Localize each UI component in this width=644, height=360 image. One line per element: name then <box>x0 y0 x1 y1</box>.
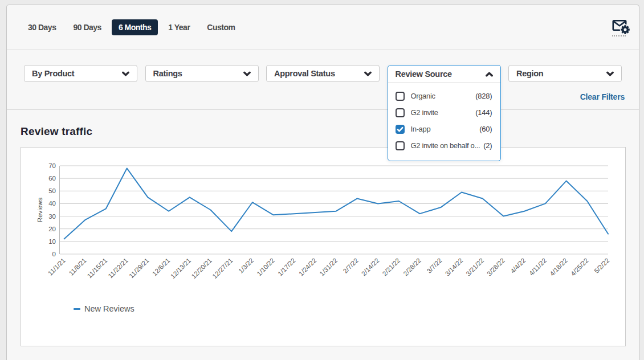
dashboard-card: 30 Days90 Days6 Months1 YearCustom By Pr… <box>6 5 639 360</box>
option-count: (828) <box>475 92 492 100</box>
chevron-up-icon <box>486 72 493 77</box>
email-settings-icon <box>612 19 631 35</box>
x-tick-label: 3/14/22 <box>444 257 464 277</box>
x-tick-label: 3/7/22 <box>426 257 443 275</box>
option-count: (2) <box>483 141 492 150</box>
filter-approval-status-button[interactable]: Approval Status <box>266 65 380 82</box>
x-tick-label: 11/8/21 <box>68 257 88 277</box>
filter-slot-approval-status: Approval Status <box>266 65 380 82</box>
filter-by-product-label: By Product <box>32 69 74 78</box>
chart-legend: New Reviews <box>74 304 134 313</box>
filter-slot-review-source: Review SourceOrganic(828)G2 invite(144)I… <box>388 65 501 82</box>
y-tick-label: 40 <box>48 200 56 207</box>
review-traffic-chart: 010203040506070Reviews11/1/2111/8/2111/1… <box>21 147 626 346</box>
y-tick-label: 0 <box>52 251 56 257</box>
option-label: G2 invite <box>411 108 476 117</box>
filter-ratings-label: Ratings <box>153 69 182 78</box>
tab-30-days[interactable]: 30 Days <box>28 23 56 32</box>
x-tick-label: 2/7/22 <box>342 257 360 275</box>
option-label: Organic <box>411 92 476 100</box>
x-tick-label: 12/20/21 <box>190 257 213 280</box>
option-organic[interactable]: Organic(828) <box>388 88 500 104</box>
filter-approval-status-label: Approval Status <box>274 69 335 78</box>
x-tick-label: 12/13/21 <box>169 257 192 280</box>
y-tick-label: 60 <box>48 175 56 182</box>
filter-review-source-panel: Review SourceOrganic(828)G2 invite(144)I… <box>388 65 501 161</box>
tab-90-days[interactable]: 90 Days <box>73 23 101 32</box>
filters-row: By ProductRatingsApproval StatusReview S… <box>24 65 622 82</box>
clear-filters-link[interactable]: Clear Filters <box>580 92 625 101</box>
option-g2-invite-on-behalf-o[interactable]: G2 invite on behalf o...(2) <box>388 137 500 154</box>
tab-6-months[interactable]: 6 Months <box>112 19 158 35</box>
checkbox-unchecked[interactable] <box>396 141 405 150</box>
filter-review-source-label: Review Source <box>396 69 452 79</box>
y-tick-label: 30 <box>48 213 56 220</box>
filter-by-product-button[interactable]: By Product <box>24 65 137 82</box>
checkbox-unchecked[interactable] <box>396 108 405 117</box>
filter-review-source-button[interactable]: Review Source <box>388 66 500 83</box>
chevron-down-icon <box>243 71 251 76</box>
date-range-tabs: 30 Days90 Days6 Months1 YearCustom <box>28 19 235 35</box>
y-tick-label: 10 <box>48 238 56 245</box>
x-tick-label: 11/22/21 <box>107 257 130 280</box>
check-icon <box>396 125 404 133</box>
filter-slot-by-product: By Product <box>24 65 137 82</box>
x-tick-label: 2/28/22 <box>402 257 422 277</box>
x-tick-label: 1/10/22 <box>255 257 276 277</box>
x-tick-label: 5/2/22 <box>593 257 610 275</box>
x-tick-label: 12/27/21 <box>211 257 234 280</box>
tab-1-year[interactable]: 1 Year <box>168 23 190 32</box>
x-tick-label: 2/21/22 <box>381 257 402 277</box>
y-axis-title: Reviews <box>36 198 43 223</box>
option-g2-invite[interactable]: G2 invite(144) <box>388 104 500 121</box>
x-tick-label: 4/25/22 <box>569 257 590 277</box>
option-label: In-app <box>411 125 480 133</box>
filter-region-button[interactable]: Region <box>508 65 622 82</box>
x-tick-label: 4/11/22 <box>528 257 548 277</box>
x-tick-label: 3/28/22 <box>486 257 506 277</box>
option-count: (60) <box>479 125 492 133</box>
chart-title: Review traffic <box>21 125 92 138</box>
x-tick-label: 4/4/22 <box>509 257 527 275</box>
legend-label: New Reviews <box>84 304 134 313</box>
filter-ratings-button[interactable]: Ratings <box>145 65 259 82</box>
option-in-app[interactable]: In-app(60) <box>388 121 500 137</box>
checkbox-unchecked[interactable] <box>396 92 405 101</box>
x-tick-label: 1/31/22 <box>319 257 339 277</box>
filter-review-source-options: Organic(828)G2 invite(144)In-app(60)G2 i… <box>388 83 500 161</box>
email-report-button[interactable] <box>612 19 631 38</box>
chevron-down-icon <box>122 71 129 76</box>
x-tick-label: 11/15/21 <box>86 257 109 280</box>
legend-line-swatch <box>74 308 80 310</box>
x-tick-label: 1/3/22 <box>237 257 255 275</box>
x-tick-label: 1/24/22 <box>297 257 318 277</box>
tabs-divider <box>7 50 639 50</box>
y-tick-label: 50 <box>48 187 56 194</box>
line-chart: 010203040506070Reviews11/1/2111/8/2111/1… <box>21 148 625 290</box>
x-tick-label: 11/1/21 <box>47 257 67 277</box>
chevron-down-icon <box>364 71 372 76</box>
x-tick-label: 12/6/21 <box>151 257 172 277</box>
x-tick-label: 11/29/21 <box>128 257 150 280</box>
chevron-down-icon <box>606 71 614 76</box>
x-tick-label: 3/21/22 <box>465 257 486 277</box>
option-label: G2 invite on behalf o... <box>411 141 484 150</box>
tab-custom[interactable]: Custom <box>207 23 235 32</box>
filter-slot-ratings: Ratings <box>145 65 259 82</box>
checkbox-checked[interactable] <box>396 125 405 134</box>
x-tick-label: 4/18/22 <box>548 257 569 277</box>
x-tick-label: 1/17/22 <box>276 257 297 277</box>
y-tick-label: 70 <box>48 162 56 169</box>
filters-divider <box>7 109 639 110</box>
filter-region-label: Region <box>516 69 543 78</box>
tooltip-underline <box>612 35 626 36</box>
y-tick-label: 20 <box>48 226 56 232</box>
filter-slot-region: Region <box>508 65 622 82</box>
option-count: (144) <box>475 108 492 117</box>
x-tick-label: 2/14/22 <box>360 257 381 277</box>
